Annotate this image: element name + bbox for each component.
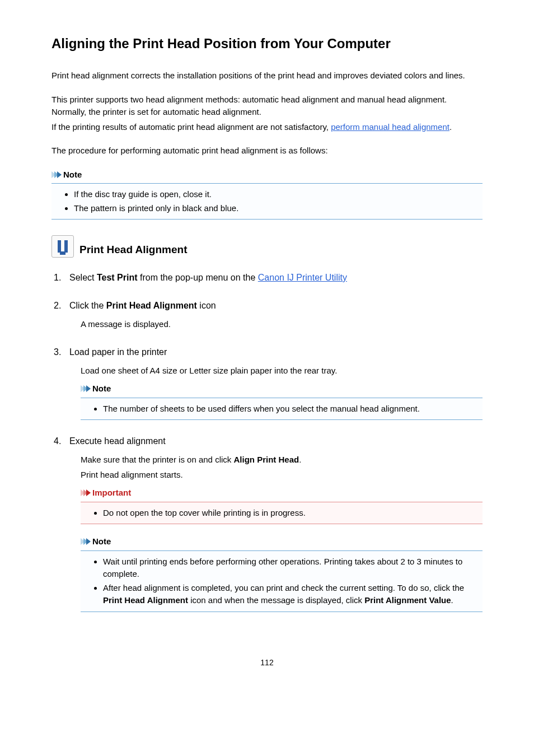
step-body-text: Print head alignment starts. (81, 469, 483, 482)
step-1: Select Test Print from the pop-up menu o… (67, 271, 483, 284)
step-bold: Print Head Alignment (106, 301, 197, 310)
section-header: Print Head Alignment (51, 235, 483, 258)
step-text: Click the (69, 301, 106, 310)
note-item: If the disc tray guide is open, close it… (74, 188, 483, 201)
note-item: Wait until printing ends before performi… (103, 556, 483, 581)
page-title: Aligning the Print Head Position from Yo… (51, 34, 483, 54)
print-head-alignment-icon (51, 235, 74, 258)
important-label: Important (92, 487, 131, 500)
intro-procedure: The procedure for performing automatic p… (51, 144, 483, 157)
note-label: Note (63, 169, 82, 181)
step-4: Execute head alignment Make sure that th… (67, 435, 483, 612)
note-icon (51, 171, 60, 178)
important-callout: Important Do not open the top cover whil… (81, 487, 483, 524)
step-body-text: Make sure that the printer is on and cli… (81, 454, 483, 466)
intro-text-end: . (449, 122, 452, 132)
step-body-text: Load one sheet of A4 size or Letter size… (81, 365, 483, 377)
page-number: 112 (51, 657, 483, 669)
intro-paragraph-2: This printer supports two head alignment… (51, 94, 483, 119)
step-body-text: A message is displayed. (81, 318, 483, 331)
section-title: Print Head Alignment (79, 242, 187, 258)
intro-paragraph-3: If the printing results of automatic pri… (51, 121, 483, 134)
intro-text: If the printing results of automatic pri… (51, 122, 331, 132)
note-icon (81, 385, 89, 392)
step-bold: Test Print (97, 273, 138, 282)
note-item: The pattern is printed only in black and… (74, 202, 483, 215)
step-2: Click the Print Head Alignment icon A me… (67, 299, 483, 331)
important-icon (81, 489, 89, 496)
note-label: Note (92, 535, 111, 548)
step-head: Load paper in the printer (69, 346, 483, 359)
note-callout-top: Note If the disc tray guide is open, clo… (51, 169, 483, 220)
note-item: After head alignment is completed, you c… (103, 582, 483, 607)
manual-alignment-link[interactable]: perform manual head alignment (331, 122, 449, 132)
step-head: Execute head alignment (69, 435, 483, 448)
note-label: Note (92, 382, 111, 395)
intro-paragraph-1: Print head alignment corrects the instal… (51, 69, 483, 82)
note-icon (81, 538, 89, 545)
step-text: Select (69, 273, 97, 282)
note-callout: Note Wait until printing ends before per… (81, 535, 483, 612)
step-3: Load paper in the printer Load one sheet… (67, 346, 483, 421)
step-text: icon (197, 301, 216, 310)
note-item: The number of sheets to be used differs … (103, 403, 483, 416)
note-callout: Note The number of sheets to be used dif… (81, 382, 483, 420)
step-text: from the pop-up menu on the (138, 273, 258, 282)
important-item: Do not open the top cover while printing… (103, 507, 483, 520)
printer-utility-link[interactable]: Canon IJ Printer Utility (258, 273, 347, 282)
